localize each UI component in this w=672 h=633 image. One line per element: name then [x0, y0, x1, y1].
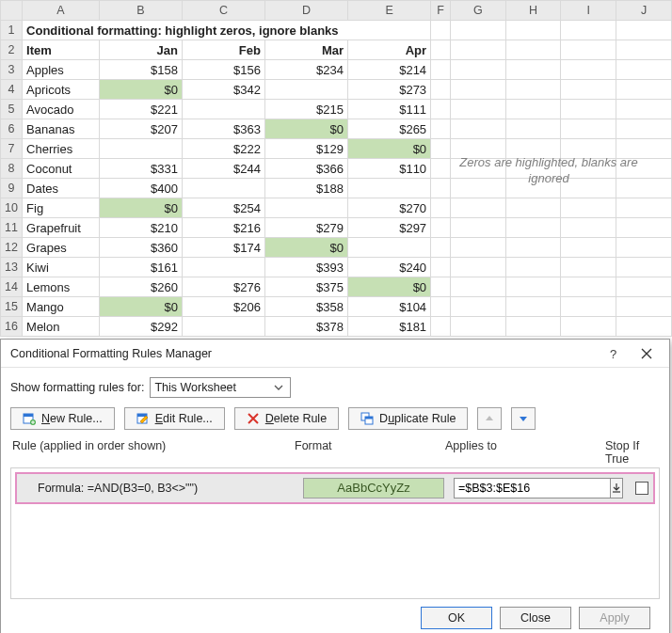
- cell[interactable]: $0: [348, 277, 431, 297]
- cell[interactable]: [451, 297, 506, 317]
- cell[interactable]: $260: [99, 277, 182, 297]
- column-header[interactable]: G: [451, 1, 506, 21]
- cell[interactable]: $270: [348, 198, 431, 218]
- cell[interactable]: $279: [264, 218, 347, 238]
- cell[interactable]: $331: [99, 159, 182, 179]
- cell[interactable]: [505, 218, 561, 238]
- cell[interactable]: $129: [264, 139, 347, 159]
- cell[interactable]: $156: [182, 60, 264, 80]
- delete-rule-button[interactable]: Delete Rule: [234, 407, 339, 430]
- select-all-corner[interactable]: [1, 1, 23, 21]
- cell[interactable]: [616, 119, 672, 139]
- cell[interactable]: [348, 238, 431, 258]
- help-icon[interactable]: ?: [596, 341, 630, 366]
- cell[interactable]: $244: [182, 159, 264, 179]
- cell[interactable]: [431, 258, 451, 277]
- cell[interactable]: [561, 258, 616, 277]
- applies-to-input[interactable]: [454, 478, 611, 498]
- cell[interactable]: [505, 119, 561, 139]
- cell[interactable]: Mar: [264, 40, 347, 60]
- rule-row[interactable]: Formula: =AND(B3=0, B3<>"") AaBbCcYyZz: [15, 472, 655, 504]
- cell[interactable]: [182, 317, 264, 337]
- cell[interactable]: [505, 80, 561, 100]
- cell[interactable]: [616, 100, 672, 119]
- cell[interactable]: [505, 21, 561, 40]
- cell[interactable]: [182, 258, 264, 277]
- cell[interactable]: Melon: [23, 317, 100, 337]
- cell[interactable]: [264, 80, 347, 100]
- cell[interactable]: $158: [99, 60, 182, 80]
- cell[interactable]: Apr: [348, 40, 431, 60]
- cell[interactable]: [451, 277, 506, 297]
- column-header[interactable]: F: [431, 1, 451, 21]
- cell[interactable]: $216: [182, 218, 264, 238]
- cell[interactable]: [505, 139, 561, 159]
- row-header[interactable]: 12: [1, 238, 23, 258]
- cell[interactable]: [505, 258, 561, 277]
- cell[interactable]: [451, 258, 506, 277]
- cell[interactable]: Grapes: [23, 238, 100, 258]
- cell[interactable]: $360: [99, 238, 182, 258]
- cell[interactable]: [451, 179, 506, 198]
- cell[interactable]: $110: [348, 159, 431, 179]
- cell[interactable]: Fig: [23, 198, 100, 218]
- row-header[interactable]: 9: [1, 179, 23, 198]
- cell[interactable]: Grapefruit: [23, 218, 100, 238]
- column-header[interactable]: D: [264, 1, 347, 21]
- stop-if-true[interactable]: [614, 482, 670, 495]
- cell[interactable]: $181: [348, 317, 431, 337]
- cell[interactable]: $265: [348, 119, 431, 139]
- cell[interactable]: [616, 198, 672, 218]
- column-header[interactable]: I: [561, 1, 616, 21]
- cell[interactable]: [451, 80, 506, 100]
- cell[interactable]: $0: [99, 297, 182, 317]
- cell[interactable]: $358: [264, 297, 347, 317]
- cell[interactable]: Avocado: [23, 100, 100, 119]
- cell[interactable]: Lemons: [23, 277, 100, 297]
- cell[interactable]: [431, 297, 451, 317]
- column-header[interactable]: A: [23, 1, 100, 21]
- cell[interactable]: $161: [99, 258, 182, 277]
- cell[interactable]: $215: [264, 100, 347, 119]
- cell[interactable]: [431, 100, 451, 119]
- cell[interactable]: [561, 21, 616, 40]
- cell[interactable]: Dates: [23, 179, 100, 198]
- row-header[interactable]: 4: [1, 80, 23, 100]
- cell[interactable]: $273: [348, 80, 431, 100]
- cell[interactable]: $0: [264, 119, 347, 139]
- row-header[interactable]: 3: [1, 60, 23, 80]
- cell[interactable]: [505, 179, 561, 198]
- cell[interactable]: [616, 80, 672, 100]
- cell[interactable]: [505, 198, 561, 218]
- cell[interactable]: Feb: [182, 40, 264, 60]
- cell[interactable]: [561, 198, 616, 218]
- cell[interactable]: [561, 179, 616, 198]
- cell[interactable]: [561, 139, 616, 159]
- row-header[interactable]: 16: [1, 317, 23, 337]
- cell[interactable]: [616, 297, 672, 317]
- cell[interactable]: [451, 100, 506, 119]
- column-header[interactable]: B: [99, 1, 182, 21]
- cell[interactable]: [431, 40, 451, 60]
- cell[interactable]: [616, 277, 672, 297]
- row-header[interactable]: 2: [1, 40, 23, 60]
- show-rules-select[interactable]: This Worksheet: [150, 377, 291, 398]
- cell[interactable]: $363: [182, 119, 264, 139]
- cell[interactable]: [505, 238, 561, 258]
- cell[interactable]: Bananas: [23, 119, 100, 139]
- cell[interactable]: $0: [348, 139, 431, 159]
- cell[interactable]: [431, 159, 451, 179]
- cell[interactable]: $292: [99, 317, 182, 337]
- cell[interactable]: $104: [348, 297, 431, 317]
- cell[interactable]: $375: [264, 277, 347, 297]
- cell[interactable]: [561, 297, 616, 317]
- cell[interactable]: [431, 179, 451, 198]
- cell[interactable]: Kiwi: [23, 258, 100, 277]
- cell[interactable]: $0: [99, 198, 182, 218]
- cell[interactable]: [431, 21, 451, 40]
- cell[interactable]: [561, 238, 616, 258]
- cell[interactable]: Cherries: [23, 139, 100, 159]
- cell[interactable]: [451, 60, 506, 80]
- new-rule-button[interactable]: New Rule...: [10, 407, 115, 430]
- cell[interactable]: [616, 139, 672, 159]
